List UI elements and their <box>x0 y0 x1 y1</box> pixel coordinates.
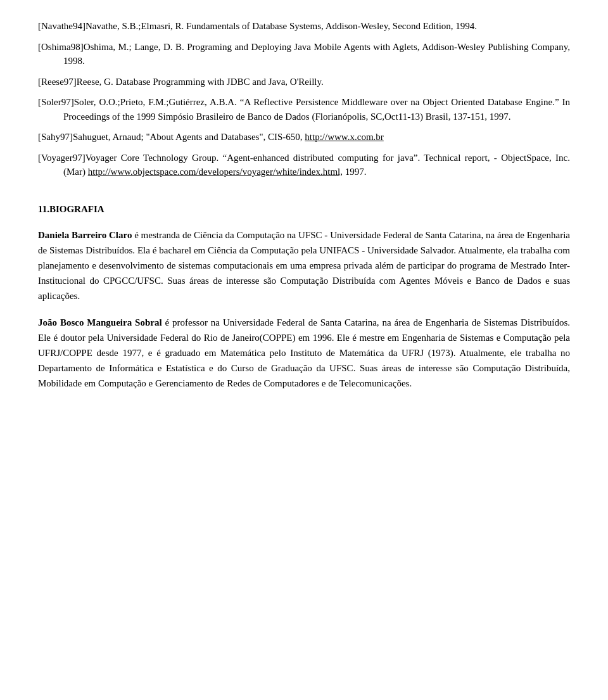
ref-soler-text: [Soler97]Soler, O.O.;Prieto, F.M.;Gutiér… <box>38 97 570 122</box>
ref-sahy: [Sahy97]Sahuguet, Arnaud; "About Agents … <box>38 130 570 144</box>
ref-voyager: [Voyager97]Voyager Core Technology Group… <box>38 151 570 179</box>
ref-oshima: [Oshima98]Oshima, M.; Lange, D. B. Progr… <box>38 40 570 68</box>
ref-voyager-text-after: 1997. <box>343 167 367 177</box>
bio-daniela: Daniela Barreiro Claro é mestranda de Ci… <box>38 227 570 303</box>
ref-sahy-text-before: [Sahy97]Sahuguet, Arnaud; "About Agents … <box>38 132 305 142</box>
ref-soler: [Soler97]Soler, O.O.;Prieto, F.M.;Gutiér… <box>38 95 570 124</box>
section-title: Biografia <box>49 204 104 214</box>
ref-sahy-link[interactable]: http://www.x.com.br <box>305 132 383 142</box>
bio-daniela-text: é mestranda de Ciência da Computação na … <box>38 230 570 301</box>
bio-joao-name: João Bosco Mangueira Sobral <box>38 317 162 328</box>
bio-joao-text: é professor na Universidade Federal de S… <box>38 317 570 388</box>
ref-reese-text: [Reese97]Reese, G. Database Programming … <box>38 77 324 87</box>
section-heading: 11.Biografia <box>38 202 570 217</box>
ref-reese: [Reese97]Reese, G. Database Programming … <box>38 75 570 89</box>
ref-voyager-link[interactable]: http://www.objectspace.com/developers/vo… <box>88 167 343 177</box>
bio-daniela-name: Daniela Barreiro Claro <box>38 230 132 240</box>
ref-oshima-text: [Oshima98]Oshima, M.; Lange, D. B. Progr… <box>38 42 570 67</box>
ref-navathe: [Navathe94]Navathe, S.B.;Elmasri, R. Fun… <box>38 19 570 34</box>
ref-navathe-text: [Navathe94]Navathe, S.B.;Elmasri, R. Fun… <box>38 21 477 31</box>
section-number: 11. <box>38 204 49 214</box>
bio-joao: João Bosco Mangueira Sobral é professor … <box>38 315 570 391</box>
